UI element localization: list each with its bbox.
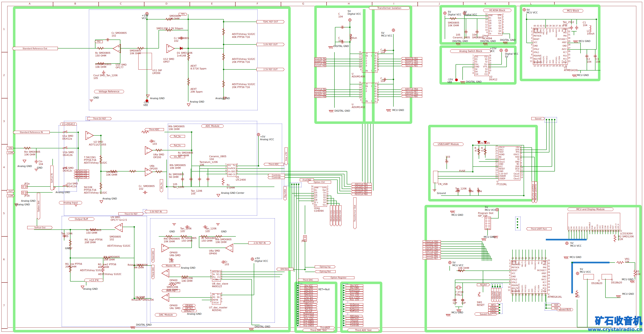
net-flag-refsense[interactable]: RefSense xyxy=(346,308,363,310)
net-flag-saved1-pb5[interactable]: Saved1 PB5 xyxy=(423,252,441,255)
ic-adum1400[interactable] xyxy=(362,53,378,73)
net-flag-third-dac[interactable]: Third DAC xyxy=(152,248,154,263)
net-flag-pwm0[interactable]: PWM0 xyxy=(488,311,499,314)
net-flag-chipset[interactable]: Chipset xyxy=(346,320,363,322)
net-flag-controlb[interactable]: Controlb xyxy=(268,176,285,179)
led-symbol-2[interactable] xyxy=(484,141,487,144)
net-flag-ana-5v[interactable]: Ana +5V xyxy=(346,294,363,296)
net-flag-transformer-slot[interactable]: Transformer Slot xyxy=(353,197,356,229)
net-flag-third-5v-ref[interactable]: Third 5V REF xyxy=(118,212,144,215)
switch-throw-4[interactable] xyxy=(479,295,480,296)
net-flag-dg412-ct4[interactable]: DG412 Ct4 xyxy=(74,177,89,179)
opamp-u10[interactable] xyxy=(113,44,121,53)
capacitor-symbol-3[interactable] xyxy=(35,159,38,164)
net-flag-2-5v-ref-out[interactable]: 2.5V REF OUT xyxy=(256,68,284,71)
net-flag-keybd[interactable]: Keybd xyxy=(477,283,490,286)
net-flag-powergnd[interactable]: PowerGnd xyxy=(300,301,318,303)
net-flag-dig-vcc[interactable]: Dig VCC xyxy=(346,284,363,287)
net-flag-ana-gnd1[interactable]: Ana GND1 xyxy=(300,320,318,322)
net-flag-third-adc[interactable]: Third ADC xyxy=(264,163,284,166)
ic-ft232rl[interactable] xyxy=(498,146,520,180)
net-flag-optreg-ret[interactable]: Optreg Ret xyxy=(315,270,336,273)
net-flag-ana-gnd2[interactable]: Ana GND2 xyxy=(300,322,318,324)
net-flag-chip-set[interactable]: Chip Set xyxy=(300,296,318,299)
ic-atmega16l-b[interactable] xyxy=(511,260,548,294)
net-flag-voslave[interactable]: VoSlave xyxy=(300,306,318,308)
net-flag-regclk-pb0[interactable]: REGCLK PB0 xyxy=(401,62,422,65)
switch-pole-0[interactable] xyxy=(63,132,64,133)
net-flag-third-5v-ref[interactable]: Third 5V REF xyxy=(87,117,112,120)
switch-pole-1[interactable] xyxy=(63,148,64,149)
net-flag-optreg-inp[interactable]: Optreg Inp xyxy=(315,265,336,268)
ic-ad5541[interactable] xyxy=(212,293,221,305)
net-flag-dig-gnd[interactable]: Dig GND xyxy=(346,287,363,289)
net-flag-saved1-pb5[interactable]: Saved1 PB5 xyxy=(314,65,326,67)
net-flag-dg412-ct1[interactable]: DG412 Ct1 xyxy=(330,205,333,226)
net-flag-controlb[interactable]: Controlb xyxy=(346,324,363,326)
net-flag-ref-inp[interactable]: Ref InP xyxy=(300,310,318,313)
net-flag-vin[interactable]: VIN xyxy=(7,147,14,150)
net-flag-regdat-pb1[interactable]: REGDAT PB1 xyxy=(423,243,441,245)
resistor-symbol-18[interactable] xyxy=(222,178,224,185)
isp-pin[interactable] xyxy=(486,223,487,224)
ic-hc4094[interactable] xyxy=(488,14,502,36)
net-flag-com[interactable]: COM xyxy=(7,194,14,197)
net-flag-adcdat-pb3[interactable]: ADCDAT PB3 xyxy=(423,247,441,250)
net-flag-5-0v-ref-in[interactable]: 5.0V REF IN xyxy=(144,210,167,213)
jumper-pin[interactable] xyxy=(22,186,24,187)
net-flag-dg412-ct2[interactable]: DG412 Ct2 xyxy=(333,205,336,226)
net-flag-2-5v-ref-in[interactable]: 2.5V REF IN xyxy=(248,241,271,244)
isp-pin[interactable] xyxy=(488,228,490,229)
net-flag-third-dac[interactable]: Third DAC xyxy=(298,279,318,281)
switch-pole-3[interactable] xyxy=(63,186,64,187)
ic-adum1402[interactable] xyxy=(362,83,378,103)
net-flag-adcdat-pb3[interactable]: ADCDAT PB3 xyxy=(351,185,372,188)
opamp-u6c[interactable] xyxy=(162,293,169,301)
ic-ltc2400[interactable] xyxy=(227,164,236,177)
net-flag-ref-out[interactable]: Ref Out xyxy=(300,308,318,310)
isp-pin[interactable] xyxy=(488,220,490,222)
ic-dg412[interactable] xyxy=(474,56,489,76)
net-flag-vinsense[interactable]: VinSense xyxy=(346,303,363,305)
net-flag-adclock[interactable]: ADClock xyxy=(346,317,363,319)
opamp-u9[interactable] xyxy=(115,223,122,232)
net-flag-dg412-ct2[interactable]: DG412 Ct2 xyxy=(74,172,89,174)
net-flag-ref-se[interactable]: Ref_Se xyxy=(170,135,185,138)
net-flag-5-0v-ref-out[interactable]: 5.0V REF OUT xyxy=(256,43,284,46)
capacitor-symbol-17[interactable] xyxy=(575,26,578,30)
ic-cd4094[interactable] xyxy=(314,187,327,207)
inductor-symbol-1[interactable] xyxy=(590,26,591,32)
net-flag-adcclk-pb4[interactable]: ADCCLK PB4 xyxy=(314,88,326,91)
ic-max515[interactable] xyxy=(212,271,221,281)
net-flag-mcutx-uartrx[interactable]: MCUTX UARTRX xyxy=(532,182,534,203)
net-flag-regclk-pb0[interactable]: REGCLK PB0 xyxy=(423,240,441,243)
net-flag-tdac-ref-out[interactable]: TDAC REF OUT xyxy=(256,20,284,23)
net-flag-adcclk-pb4[interactable]: ADCCLK PB4 xyxy=(401,88,422,90)
net-flag-saved[interactable]: Saved xyxy=(531,117,545,120)
resistor-symbol-26[interactable] xyxy=(614,234,616,242)
jumper-pin[interactable] xyxy=(304,236,306,238)
net-flag-third-uart-port[interactable]: Third UART Port xyxy=(526,227,552,230)
net-flag-sda[interactable]: SDA xyxy=(552,303,561,306)
net-flag-standard-reference-out[interactable]: Standard Reference Out xyxy=(12,47,58,50)
net-flag-com[interactable]: COM xyxy=(7,151,14,154)
isp-pin[interactable] xyxy=(486,218,487,219)
resistor-symbol-14[interactable] xyxy=(141,131,149,133)
net-flag-kbtrig[interactable]: KBTRIG xyxy=(499,288,501,302)
opamp-u6b-dac[interactable] xyxy=(162,244,169,252)
diode-symbol-0[interactable] xyxy=(180,47,182,50)
net-flag-mcurx-uarttx[interactable]: MCURX UARTTX xyxy=(534,182,537,203)
net-flag-ana-15v[interactable]: Ana -15V xyxy=(346,299,363,301)
net-flag-third-dac[interactable]: Third DAC xyxy=(152,265,154,279)
net-flag-dg412-ct3[interactable]: DG412 Ct3 xyxy=(336,205,338,226)
isp-pin[interactable] xyxy=(488,225,490,227)
net-flag-dig-vcc[interactable]: Dig VCC xyxy=(300,284,318,287)
opamp-u2[interactable] xyxy=(86,131,94,140)
component-box-lm399[interactable] xyxy=(138,53,152,70)
net-flag-dacstrb[interactable]: DACStrb xyxy=(300,289,318,291)
net-flag-saved3-pb6[interactable]: Saved3 PB6 xyxy=(401,95,422,98)
net-flag-powergnd[interactable]: PowerGnd xyxy=(300,313,318,315)
net-flag-dg412-ct4[interactable]: DG412 Ct4 xyxy=(339,205,342,226)
net-flag-dg412-ct1[interactable]: DG412 Ct1 xyxy=(74,170,89,172)
net-flag-selfcal-out[interactable]: Selfcal Out xyxy=(27,226,52,229)
